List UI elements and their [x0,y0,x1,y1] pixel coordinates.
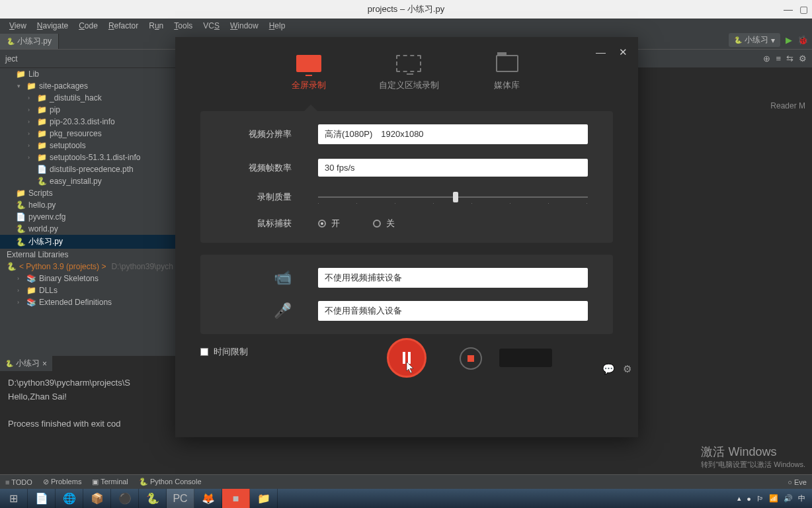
mouse-capture-off-radio[interactable]: 关 [373,218,395,230]
menu-navigate[interactable]: Navigate [33,20,72,32]
tab-custom-area-record[interactable]: 自定义区域录制 [379,53,439,91]
tray-network-icon[interactable]: 📶 [769,494,778,503]
tray-volume-icon[interactable]: 🔊 [784,494,793,503]
tree-item[interactable]: 🐍 hello.py [0,199,175,211]
slider-thumb[interactable] [453,192,458,202]
screen-recorder-dialog: — ✕ 全屏录制 自定义区域录制 媒体库 视频分辨率 高清(1080P) 192… [175,37,638,437]
tree-item[interactable]: 📄 distutils-precedence.pth [0,163,175,175]
stop-icon [467,355,474,362]
mouse-capture-on-radio[interactable]: 开 [318,218,340,230]
tree-item[interactable]: ▾📁 site-packages [0,80,175,92]
menu-bar: View Navigate Code Refactor Run Tools VC… [0,19,812,33]
tree-item[interactable]: ›📚 Extended Definitions [0,296,175,308]
system-tray[interactable]: ▴ ● 🏳 📶 🔊 中 [731,493,812,503]
maximize-icon[interactable]: ▢ [799,4,808,15]
tray-flag-icon[interactable]: 🏳 [756,495,764,503]
taskbar-app-python[interactable]: 🐍 [139,489,167,508]
menu-help[interactable]: Help [265,20,290,32]
tab-media-library[interactable]: 媒体库 [492,53,522,91]
tree-item[interactable]: ›📁 DLLs [0,284,175,296]
menu-vcs[interactable]: VCS [199,20,223,32]
menu-run[interactable]: Run [145,20,167,32]
reader-mode-label[interactable]: Reader M [770,101,805,110]
tab-fullscreen-record[interactable]: 全屏录制 [292,53,326,91]
menu-code[interactable]: Code [75,20,102,32]
time-limit-checkbox[interactable]: 时间限制 [200,346,248,358]
windows-taskbar[interactable]: ⊞ 📄 🌐 📦 ⚫ 🐍 PC 🦊 ■ 📁 ▴ ● 🏳 📶 🔊 中 [0,489,812,508]
tree-item[interactable]: ›📁 setuptools [0,140,175,151]
tool-todo[interactable]: ≡ TODO [5,478,32,486]
console-tab[interactable]: 🐍 小练习 × [0,356,52,371]
tray-ime-icon[interactable]: 中 [798,493,805,503]
framerate-select[interactable]: 30 fps/s [318,159,588,177]
tab-filename: 小练习.py [17,36,52,47]
tree-item[interactable]: ›📁 pkg_resources [0,128,175,140]
resolution-select[interactable]: 高清(1080P) 1920x1080 [318,124,588,144]
tree-item[interactable]: 📁 Scripts [0,187,175,199]
collapse-all-icon[interactable]: ⇆ [786,54,793,64]
select-opened-icon[interactable]: ⊕ [763,54,770,64]
feedback-icon[interactable]: 💬 [602,363,615,375]
stop-button[interactable] [460,347,482,370]
checkbox-icon [200,348,208,356]
timer-display [499,349,552,367]
run-toolbar: 🐍 小练习 ▾ ▶ 🐞 [729,33,808,47]
run-config-selector[interactable]: 🐍 小练习 ▾ [729,33,780,47]
radio-off-icon [373,220,381,228]
close-icon[interactable]: ✕ [619,46,628,58]
tree-item[interactable]: 🐍 easy_install.py [0,175,175,187]
tool-events[interactable]: ○ Eve [788,478,807,486]
quality-slider[interactable] [318,196,588,198]
tool-terminal[interactable]: ▣ Terminal [92,478,128,486]
taskbar-app-explorer[interactable]: 📁 [250,489,278,508]
tray-icon[interactable]: ● [747,495,751,503]
taskbar-app-c4d[interactable]: ⚫ [111,489,139,508]
run-button-icon[interactable]: ▶ [786,35,792,45]
tree-item[interactable]: 🐍 小练习.py [0,235,175,249]
window-titlebar: projects – 小练习.py — ▢ [0,0,812,19]
tree-item[interactable]: ›📁 _distutils_hack [0,92,175,104]
project-header-label: ject [5,54,18,64]
tree-item[interactable]: ›📚 Binary Skeletons [0,273,175,284]
menu-view[interactable]: View [5,20,30,32]
external-libraries[interactable]: External Libraries [0,249,175,261]
svg-rect-0 [403,352,405,364]
settings-gear-icon[interactable]: ⚙ [799,54,807,64]
tree-item[interactable]: 📄 pyvenv.cfg [0,211,175,223]
microphone-icon: 🎤 [225,302,292,319]
menu-window[interactable]: Window [226,20,263,32]
taskbar-app-firefox[interactable]: 🦊 [194,489,222,508]
expand-all-icon[interactable]: ≡ [776,54,781,64]
tree-item[interactable]: ›📁 setuptools-51.3.1.dist-info [0,151,175,163]
tree-item[interactable]: ›📁 pip [0,104,175,116]
window-title: projects – 小练习.py [368,3,444,15]
settings-gear-icon[interactable]: ⚙ [623,363,631,375]
menu-refactor[interactable]: Refactor [104,20,142,32]
tree-item[interactable]: 🐍 world.py [0,223,175,235]
debug-button-icon[interactable]: 🐞 [797,35,808,45]
start-button[interactable]: ⊞ [0,489,28,508]
tool-python-console[interactable]: 🐍 Python Console [139,478,202,486]
minimize-icon[interactable]: — [784,4,793,15]
tree-item[interactable]: ›📁 pip-20.3.3.dist-info [0,116,175,128]
framerate-label: 视频帧数率 [225,162,318,174]
audio-device-select[interactable]: 不使用音频输入设备 [318,301,588,321]
camera-icon: 📹 [225,269,292,286]
taskbar-app-chrome[interactable]: 🌐 [56,489,83,508]
tray-chevron-icon[interactable]: ▴ [737,494,741,503]
python-env-node[interactable]: 🐍 < Python 3.9 (projects) > D:\python39\… [0,261,175,273]
taskbar-app-notepad[interactable]: 📄 [28,489,56,508]
minimize-icon[interactable]: — [596,46,606,58]
custom-region-icon [396,55,421,72]
video-device-select[interactable]: 不使用视频捕获设备 [318,268,588,288]
tool-problems[interactable]: ⊘ Problems [43,478,82,486]
folder-icon [496,55,518,72]
taskbar-app-winrar[interactable]: 📦 [83,489,111,508]
taskbar-app-pycharm[interactable]: PC [167,489,194,508]
tree-item[interactable]: 📁 Lib [0,68,175,80]
taskbar-app-recorder[interactable]: ■ [222,489,250,508]
window-controls: — ▢ [784,4,808,15]
editor-tab[interactable]: 🐍 小练习.py [0,34,59,49]
menu-tools[interactable]: Tools [170,20,196,32]
record-pause-button[interactable] [387,338,426,378]
